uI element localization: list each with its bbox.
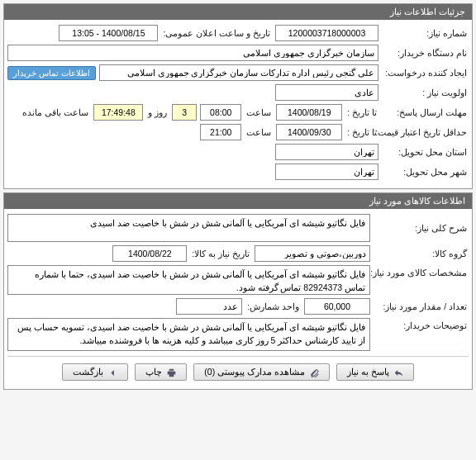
attachments-button-label: مشاهده مدارک پیوستی (0)	[204, 367, 305, 377]
delivery-city-field	[275, 164, 378, 180]
time-label-2: ساعت	[245, 127, 273, 137]
goods-info-panel: اطلاعات کالاهای مورد نیاز شرح کلی نیاز: …	[3, 192, 473, 390]
print-button-label: چاپ	[145, 367, 162, 377]
panel1-header: جزئیات اطلاعات نیاز	[4, 4, 472, 20]
row-priority: اولویت نیاز :	[7, 84, 469, 101]
row-credit: حداقل تاریخ اعتبار قیمت: تا تاریخ : ساعت	[7, 124, 469, 140]
qty-field	[304, 298, 370, 315]
buyer-contact-button[interactable]: اطلاعات تماس خریدار	[7, 66, 96, 80]
deadline-date-field	[276, 104, 342, 121]
time-remain-label: ساعت باقی مانده	[21, 107, 90, 117]
desc-label: شرح کلی نیاز:	[374, 223, 469, 233]
time-label-1: ساعت	[245, 107, 273, 117]
row-buyer-notes: توضیحات خریدار:	[7, 318, 469, 351]
credit-time-field	[200, 124, 241, 140]
requester-field	[99, 64, 378, 81]
to-date-label-2: تا تاریخ :	[345, 127, 378, 137]
row-buyer-org: نام دستگاه خریدار:	[7, 45, 469, 61]
unit-field	[176, 298, 242, 315]
need-details-panel: جزئیات اطلاعات نیاز شماره نیاز: تاریخ و …	[3, 3, 473, 189]
row-spec: مشخصات کالای مورد نیاز:	[7, 265, 469, 295]
time-remain-field	[93, 104, 143, 121]
credit-date-field	[276, 124, 342, 140]
row-delivery-city: شهر محل تحویل:	[7, 164, 469, 180]
panel2-header: اطلاعات کالاهای مورد نیاز	[4, 193, 472, 209]
footer-buttons: پاسخ به نیاز مشاهده مدارک پیوستی (0) چاپ…	[7, 356, 469, 384]
unit-label: واحد شمارش:	[245, 301, 301, 311]
need-number-label: شماره نیاز:	[382, 28, 469, 38]
deadline-time-field	[200, 104, 241, 121]
row-need-number: شماره نیاز: تاریخ و ساعت اعلان عمومی:	[7, 25, 469, 41]
to-date-label-1: تا تاریخ :	[345, 107, 378, 117]
credit-label: حداقل تاریخ اعتبار قیمت:	[382, 127, 469, 137]
row-delivery-state: استان محل تحویل:	[7, 144, 469, 160]
announce-date-field	[59, 25, 158, 41]
printer-icon	[167, 368, 176, 377]
need-date-field	[112, 245, 187, 262]
spec-field	[7, 265, 370, 295]
paperclip-icon	[310, 368, 319, 377]
days-remain-field	[172, 104, 197, 121]
requester-label: ایجاد کننده درخواست:	[382, 68, 469, 78]
delivery-state-field	[275, 144, 378, 160]
delivery-state-label: استان محل تحویل:	[382, 147, 469, 157]
back-arrow-icon	[108, 368, 117, 377]
reply-icon	[394, 368, 403, 377]
deadline-label: مهلت ارسال پاسخ:	[382, 107, 469, 117]
goods-group-field	[255, 245, 370, 262]
qty-label: تعداد / مقدار مورد نیاز:	[374, 301, 469, 311]
attachments-button[interactable]: مشاهده مدارک پیوستی (0)	[193, 363, 330, 381]
row-requester: ایجاد کننده درخواست: اطلاعات تماس خریدار	[7, 64, 469, 81]
delivery-city-label: شهر محل تحویل:	[382, 167, 469, 177]
print-button[interactable]: چاپ	[135, 363, 187, 381]
buyer-notes-field	[7, 318, 370, 351]
row-deadline: مهلت ارسال پاسخ: تا تاریخ : ساعت روز و س…	[7, 104, 469, 121]
panel1-body: شماره نیاز: تاریخ و ساعت اعلان عمومی: نا…	[4, 20, 472, 188]
need-date-label: تاریخ نیاز به کالا:	[190, 249, 251, 258]
reply-button[interactable]: پاسخ به نیاز	[336, 363, 414, 381]
row-desc: شرح کلی نیاز:	[7, 214, 469, 242]
priority-field	[275, 84, 378, 101]
buyer-notes-label: توضیحات خریدار:	[374, 318, 469, 330]
reply-button-label: پاسخ به نیاز	[347, 367, 389, 377]
desc-field	[7, 214, 370, 242]
announce-date-label: تاریخ و ساعت اعلان عمومی:	[161, 28, 272, 38]
back-button[interactable]: بازگشت	[62, 363, 128, 381]
panel2-body: شرح کلی نیاز: گروه کالا: تاریخ نیاز به ک…	[4, 209, 472, 389]
buyer-org-field	[7, 45, 378, 61]
priority-label: اولویت نیاز :	[382, 88, 469, 97]
row-qty: تعداد / مقدار مورد نیاز: واحد شمارش:	[7, 298, 469, 315]
goods-group-label: گروه کالا:	[374, 249, 469, 258]
spec-label: مشخصات کالای مورد نیاز:	[374, 265, 469, 277]
need-number-field	[275, 25, 378, 41]
back-button-label: بازگشت	[73, 367, 103, 377]
buyer-org-label: نام دستگاه خریدار:	[382, 48, 469, 58]
row-goods-group: گروه کالا: تاریخ نیاز به کالا:	[7, 245, 469, 262]
days-remain-label: روز و	[146, 107, 169, 117]
